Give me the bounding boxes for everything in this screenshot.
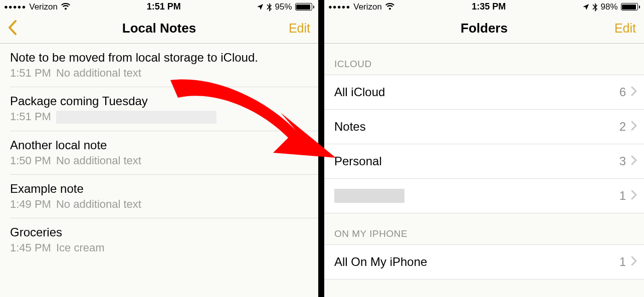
folder-name: Notes bbox=[334, 120, 366, 134]
signal-strength-icon: ●●●●● bbox=[4, 3, 26, 11]
redacted-preview bbox=[56, 111, 217, 124]
note-preview: No additional text bbox=[56, 154, 141, 167]
note-item[interactable]: Another local note 1:50 PMNo additional … bbox=[10, 131, 318, 175]
note-time: 1:51 PM bbox=[10, 110, 51, 123]
chevron-right-icon bbox=[631, 190, 637, 202]
note-meta: 1:51 PM bbox=[10, 110, 318, 124]
chevron-right-icon bbox=[631, 86, 637, 98]
section-header-iphone: ON MY IPHONE bbox=[324, 213, 644, 244]
folder-item[interactable]: Notes 2 bbox=[324, 110, 644, 144]
redacted-folder-name bbox=[334, 189, 404, 203]
note-title: Package coming Tuesday bbox=[10, 94, 318, 108]
note-preview: Ice cream bbox=[56, 241, 105, 254]
section-header-icloud: ICLOUD bbox=[324, 44, 644, 75]
folder-item[interactable]: All On My iPhone 1 bbox=[324, 245, 644, 279]
battery-percent: 98% bbox=[600, 2, 617, 12]
back-button[interactable] bbox=[8, 20, 28, 37]
note-meta: 1:45 PMIce cream bbox=[10, 241, 318, 254]
folder-count: 1 bbox=[619, 255, 626, 269]
screen-divider bbox=[318, 0, 324, 297]
note-item[interactable]: Note to be moved from local storage to i… bbox=[10, 44, 318, 87]
folder-count: 2 bbox=[619, 120, 626, 134]
folder-item[interactable]: All iCloud 6 bbox=[324, 75, 644, 110]
right-phone-screen: ●●●●● Verizon 1:35 PM 98% Folders Edit I… bbox=[324, 0, 644, 297]
wifi-icon bbox=[61, 3, 71, 11]
folder-count: 3 bbox=[619, 154, 626, 168]
note-title: Groceries bbox=[10, 225, 318, 239]
folder-count: 1 bbox=[619, 189, 626, 203]
wifi-icon bbox=[385, 3, 395, 11]
folder-name: All iCloud bbox=[334, 85, 385, 99]
note-time: 1:51 PM bbox=[10, 67, 51, 79]
note-item[interactable]: Package coming Tuesday 1:51 PM bbox=[10, 87, 318, 131]
folder-name: All On My iPhone bbox=[334, 255, 427, 269]
note-meta: 1:50 PMNo additional text bbox=[10, 154, 318, 167]
nav-bar: Folders Edit bbox=[324, 14, 644, 44]
battery-percent: 95% bbox=[275, 2, 292, 12]
page-title: Folders bbox=[324, 21, 644, 36]
note-item[interactable]: Groceries 1:45 PMIce cream bbox=[10, 218, 318, 261]
chevron-right-icon bbox=[631, 256, 637, 268]
notes-list: Note to be moved from local storage to i… bbox=[0, 44, 318, 261]
note-preview: No additional text bbox=[56, 67, 141, 79]
status-time: 1:51 PM bbox=[147, 2, 181, 12]
folder-group-iphone: All On My iPhone 1 bbox=[324, 244, 644, 279]
edit-button[interactable]: Edit bbox=[289, 21, 310, 36]
location-icon bbox=[582, 4, 589, 11]
chevron-right-icon bbox=[631, 155, 637, 167]
battery-icon bbox=[621, 3, 640, 11]
note-preview: No additional text bbox=[56, 198, 141, 210]
note-time: 1:49 PM bbox=[10, 198, 51, 210]
page-title: Local Notes bbox=[0, 21, 318, 36]
status-bar: ●●●●● Verizon 1:51 PM 95% bbox=[0, 0, 318, 14]
folder-item[interactable]: 1 bbox=[324, 179, 644, 213]
note-meta: 1:49 PMNo additional text bbox=[10, 198, 318, 211]
status-time: 1:35 PM bbox=[472, 2, 506, 12]
folder-group-icloud: All iCloud 6 Notes 2 Personal 3 1 bbox=[324, 75, 644, 213]
note-item[interactable]: Example note 1:49 PMNo additional text bbox=[10, 175, 318, 218]
note-title: Example note bbox=[10, 182, 318, 196]
left-phone-screen: ●●●●● Verizon 1:51 PM 95% Local Notes bbox=[0, 0, 318, 297]
carrier-label: Verizon bbox=[353, 2, 382, 12]
folder-name: Personal bbox=[334, 154, 382, 168]
status-bar: ●●●●● Verizon 1:35 PM 98% bbox=[324, 0, 644, 14]
folder-item[interactable]: Personal 3 bbox=[324, 144, 644, 179]
bluetooth-icon bbox=[267, 3, 272, 12]
folder-count: 6 bbox=[619, 85, 626, 99]
signal-strength-icon: ●●●●● bbox=[328, 3, 350, 11]
chevron-right-icon bbox=[631, 121, 637, 133]
note-title: Another local note bbox=[10, 138, 318, 152]
note-meta: 1:51 PMNo additional text bbox=[10, 67, 318, 80]
bluetooth-icon bbox=[592, 3, 597, 12]
battery-icon bbox=[295, 3, 315, 11]
note-title: Note to be moved from local storage to i… bbox=[10, 51, 318, 65]
edit-button[interactable]: Edit bbox=[614, 21, 636, 36]
note-time: 1:50 PM bbox=[10, 154, 51, 167]
location-icon bbox=[257, 4, 264, 11]
carrier-label: Verizon bbox=[29, 2, 58, 12]
note-time: 1:45 PM bbox=[10, 241, 51, 254]
nav-bar: Local Notes Edit bbox=[0, 14, 318, 44]
